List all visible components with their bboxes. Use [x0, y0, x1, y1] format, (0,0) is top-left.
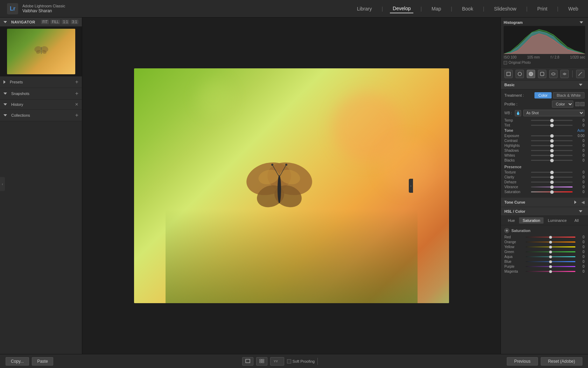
texture-slider[interactable] [531, 172, 573, 173]
zoom-1to1-btn[interactable]: 1:1 [62, 20, 69, 24]
original-photo-checkbox[interactable] [504, 61, 507, 64]
hsl-purple-slider[interactable] [526, 266, 575, 267]
blacks-value: 0 [575, 158, 584, 162]
presets-add-icon[interactable]: + [75, 79, 78, 85]
paste-btn[interactable]: Paste [32, 357, 53, 366]
profile-grid-icon[interactable] [575, 102, 580, 106]
vibrance-slider[interactable] [531, 186, 573, 188]
hsl-green-slider[interactable] [526, 251, 575, 252]
basic-header[interactable]: Basic [501, 81, 588, 89]
nav-library[interactable]: Library [354, 5, 375, 13]
exposure-slider[interactable] [531, 135, 573, 136]
tint-thumb [550, 124, 554, 127]
profile-select[interactable]: Color [552, 101, 573, 108]
nav-web[interactable]: Web [565, 5, 581, 13]
hsl-orange-slider[interactable] [526, 241, 575, 243]
grid-view-btn[interactable] [256, 357, 267, 366]
collections-header[interactable]: Collections + [0, 110, 82, 121]
temp-slider[interactable] [531, 120, 573, 121]
hsl-tabs: Hue Saturation Luminance All [501, 216, 588, 225]
hsl-orange-label: Orange [504, 240, 524, 244]
navigator-zoom-controls: FIT FILL 1:1 3:1 [41, 20, 78, 24]
clarity-slider[interactable] [531, 177, 573, 178]
copy-btn[interactable]: Copy... [6, 357, 29, 366]
navigator-thumbnail[interactable] [7, 29, 75, 74]
history-clear-icon[interactable]: ✕ [75, 102, 78, 107]
blacks-slider[interactable] [531, 160, 573, 161]
tone-curve-header[interactable]: Tone Curve ◀ [501, 198, 588, 207]
contrast-slider[interactable] [531, 140, 573, 141]
tone-auto-btn[interactable]: Auto [577, 129, 584, 132]
saturation-slider[interactable] [531, 191, 573, 192]
healing-tool-btn[interactable] [516, 70, 524, 78]
highlights-value: 0 [575, 144, 584, 148]
collections-add-icon[interactable]: + [75, 112, 78, 118]
nav-slideshow[interactable]: Slideshow [491, 5, 519, 13]
hsl-blue-slider[interactable] [526, 261, 575, 262]
filter-tool-btn[interactable] [538, 70, 546, 78]
center-photo-area: › [82, 18, 500, 354]
hsl-tab-saturation[interactable]: Saturation [519, 217, 544, 224]
hist-iso: ISO 100 [504, 55, 517, 59]
dehaze-value: 0 [575, 180, 584, 184]
date-view-btn[interactable]: YY [270, 357, 284, 366]
radial-tool-btn[interactable] [549, 70, 558, 78]
hsl-target-btn[interactable] [504, 228, 509, 233]
redeye-tool-btn[interactable] [560, 70, 569, 78]
nav-map[interactable]: Map [429, 5, 444, 13]
nav-develop[interactable]: Develop [390, 4, 413, 13]
tone-curve-expand-icon[interactable]: ◀ [581, 200, 584, 205]
wb-eyedropper-btn[interactable]: 💧 [515, 110, 521, 116]
main-photo[interactable] [134, 68, 449, 303]
soft-proof-checkbox[interactable] [287, 359, 291, 363]
hsl-tab-luminance[interactable]: Luminance [544, 217, 570, 224]
zoom-3to1-btn[interactable]: 3:1 [71, 20, 78, 24]
adjustment-tool-btn[interactable] [527, 70, 535, 78]
vibrance-slider-row: Vibrance 0 [504, 185, 584, 189]
hsl-tab-all[interactable]: All [571, 217, 582, 224]
zoom-fit-btn[interactable]: FIT [41, 20, 49, 24]
bw-treatment-btn[interactable]: Black & White [553, 92, 584, 98]
hsl-tab-hue[interactable]: Hue [504, 217, 518, 224]
shadows-slider[interactable] [531, 150, 573, 151]
whites-slider[interactable] [531, 155, 573, 156]
plant-area [166, 209, 418, 303]
nav-print[interactable]: Print [534, 5, 550, 13]
wb-select[interactable]: As Shot [523, 110, 584, 116]
basic-content: Treatment : Color Black & White Profile … [501, 89, 588, 198]
single-view-btn[interactable] [242, 357, 253, 366]
history-header[interactable]: History ✕ [0, 100, 82, 109]
presets-header[interactable]: Presets + [0, 76, 82, 88]
snapshots-add-icon[interactable]: + [75, 90, 78, 97]
tone-curve-icon [578, 71, 583, 76]
highlights-slider[interactable] [531, 145, 573, 146]
crop-tool-btn[interactable] [504, 70, 513, 78]
reset-btn[interactable]: Reset (Adobe) [541, 357, 582, 366]
right-panel-collapse-btn[interactable]: › [409, 179, 413, 193]
zoom-fill-btn[interactable]: FILL [50, 20, 60, 24]
color-treatment-btn[interactable]: Color [534, 92, 551, 98]
navigator-header[interactable]: Navigator FIT FILL 1:1 3:1 [0, 18, 82, 27]
snapshots-header[interactable]: Snapshots + [0, 88, 82, 99]
hsl-magenta-value: 0 [578, 270, 584, 273]
profile-list-icon[interactable] [580, 102, 584, 106]
single-view-icon [245, 359, 250, 363]
nav-book[interactable]: Book [459, 5, 476, 13]
history-title: History [11, 102, 23, 107]
svg-rect-25 [262, 359, 264, 361]
hsl-aqua-slider[interactable] [526, 256, 575, 257]
hsl-blue-value: 0 [578, 260, 584, 264]
hsl-header[interactable]: HSL / Color [501, 207, 588, 216]
tone-curve-section: Tone Curve ◀ [501, 198, 588, 207]
tone-curve-tool-btn[interactable] [576, 70, 584, 78]
tint-slider[interactable] [531, 125, 573, 126]
svg-rect-23 [246, 359, 250, 363]
dehaze-slider[interactable] [531, 182, 573, 183]
hsl-red-slider[interactable] [526, 237, 575, 238]
hsl-magenta-slider[interactable] [526, 271, 575, 272]
hsl-yellow-slider[interactable] [526, 246, 575, 247]
profile-browse-icons [575, 102, 584, 106]
previous-btn[interactable]: Previous [507, 357, 538, 366]
left-panel-collapse-btn[interactable]: ‹ [0, 177, 5, 191]
radial-icon [551, 71, 556, 76]
